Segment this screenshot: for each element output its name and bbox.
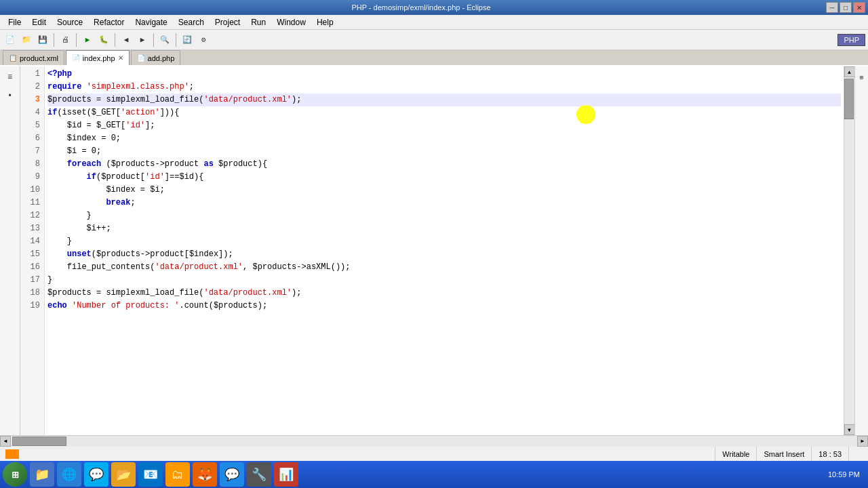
- menu-source[interactable]: Source: [52, 16, 88, 28]
- refresh-button[interactable]: 🔄: [180, 33, 195, 47]
- minimize-button[interactable]: ─: [826, 2, 838, 13]
- taskbar-icon-explorer[interactable]: 🗂: [165, 462, 190, 487]
- outline-icon[interactable]: ≡: [2, 69, 18, 85]
- tab-product-xml[interactable]: 📋 product.xml: [3, 50, 64, 65]
- clock-time: 10:59 PM: [828, 470, 860, 479]
- taskbar-icon-tool[interactable]: 🔧: [247, 462, 271, 487]
- breakpoint-icon[interactable]: •: [2, 88, 18, 104]
- close-button[interactable]: ✕: [853, 2, 865, 13]
- scroll-thumb[interactable]: [844, 79, 854, 119]
- menu-run[interactable]: Run: [245, 16, 271, 28]
- code-line-3: $products = simplexml_load_file('data/pr…: [47, 94, 841, 106]
- start-button[interactable]: ⊞: [3, 462, 27, 487]
- maximize-button[interactable]: □: [840, 2, 852, 13]
- print-button[interactable]: 🖨: [58, 33, 73, 47]
- code-line-1: <?php: [47, 68, 841, 81]
- code-line-18: $products = simplexml_load_file('data/pr…: [47, 287, 841, 300]
- taskbar-icon-pp[interactable]: 📊: [274, 462, 298, 487]
- search-button[interactable]: 🔍: [157, 33, 172, 47]
- new-button[interactable]: 📄: [3, 33, 18, 47]
- toolbar-separator-1: [54, 33, 54, 47]
- xml-icon: 📋: [9, 54, 17, 62]
- hscroll-track[interactable]: [11, 436, 857, 447]
- status-end: [848, 447, 863, 462]
- right-panel: ⊞: [854, 66, 868, 435]
- debug-button[interactable]: 🐛: [96, 33, 111, 47]
- scroll-down-arrow[interactable]: ▼: [844, 424, 855, 435]
- tab-label-index-php: index.php: [83, 54, 115, 62]
- window-controls[interactable]: ─ □ ✕: [826, 2, 865, 13]
- editor[interactable]: 12345678910111213141516171819 <?php requ…: [20, 66, 854, 435]
- run-button[interactable]: ▶: [80, 33, 95, 47]
- taskbar-icon-ff[interactable]: 🦊: [193, 462, 217, 487]
- status-indicator: [5, 449, 19, 459]
- php-add-icon: 📄: [137, 54, 145, 62]
- taskbar-icon-browser[interactable]: 🌐: [57, 462, 81, 487]
- code-line-5: $id = $_GET['id'];: [47, 119, 841, 132]
- left-panel: ≡ •: [0, 66, 20, 435]
- toolbar-separator-5: [176, 33, 176, 47]
- code-line-14: }: [47, 235, 841, 248]
- hscroll-left-arrow[interactable]: ◀: [0, 436, 11, 447]
- menu-search[interactable]: Search: [173, 16, 210, 28]
- line-numbers: 12345678910111213141516171819: [20, 66, 45, 435]
- menu-help[interactable]: Help: [311, 16, 339, 28]
- menu-refactor[interactable]: Refactor: [88, 16, 130, 28]
- vertical-scrollbar[interactable]: ▲ ▼: [844, 66, 854, 435]
- status-bar: Writable Smart Insert 18 : 53: [0, 446, 868, 461]
- taskbar-icon-chat[interactable]: 💬: [220, 462, 244, 487]
- tab-close-index-php[interactable]: ✕: [118, 54, 123, 62]
- code-line-9: if($product['id']==$id){: [47, 171, 841, 184]
- code-line-16: file_put_contents('data/product.xml', $p…: [47, 261, 841, 274]
- tab-index-php[interactable]: 📄 index.php ✕: [66, 50, 130, 65]
- menu-edit[interactable]: Edit: [26, 16, 52, 28]
- php-icon: 📄: [72, 54, 80, 62]
- toolbar-separator-3: [115, 33, 115, 47]
- code-line-11: break;: [47, 197, 841, 209]
- title-bar: PHP - demosimp/exml/index.php - Eclipse …: [0, 0, 868, 15]
- code-line-2: require 'simplexml.class.php';: [47, 81, 841, 94]
- taskbar-icon-outlook[interactable]: 📧: [138, 462, 163, 487]
- code-line-8: foreach ($products->product as $product)…: [47, 158, 841, 171]
- tab-label-product-xml: product.xml: [20, 54, 58, 62]
- scroll-track[interactable]: [844, 77, 855, 424]
- code-area[interactable]: <?php require 'simplexml.class.php'; $pr…: [45, 66, 844, 435]
- back-button[interactable]: ◀: [119, 33, 134, 47]
- toolbar-separator-2: [76, 33, 77, 47]
- window-title: PHP - demosimp/exml/index.php - Eclipse: [351, 3, 490, 12]
- forward-button[interactable]: ▶: [135, 33, 150, 47]
- code-line-19: echo 'Number of products: '.count($produ…: [47, 300, 841, 312]
- status-insert: Smart Insert: [756, 447, 811, 462]
- code-line-10: $index = $i;: [47, 184, 841, 197]
- hscroll-thumb[interactable]: [12, 436, 66, 446]
- menu-bar: File Edit Source Refactor Navigate Searc…: [0, 15, 868, 30]
- code-line-6: $index = 0;: [47, 132, 841, 145]
- taskbar: ⊞ 📁 🌐 💬 📂 📧 🗂 🦊 💬 🔧 📊 10:59 PM: [0, 461, 868, 488]
- menu-window[interactable]: Window: [271, 16, 311, 28]
- scroll-up-arrow[interactable]: ▲: [844, 66, 855, 77]
- tab-add-php[interactable]: 📄 add.php: [131, 50, 181, 65]
- cursor-highlight: [576, 105, 595, 124]
- code-line-7: $i = 0;: [47, 145, 841, 158]
- toolbar-separator-4: [153, 33, 154, 47]
- menu-file[interactable]: File: [3, 16, 26, 28]
- open-button[interactable]: 📁: [19, 33, 34, 47]
- horizontal-scrollbar[interactable]: ◀ ▶: [0, 435, 868, 446]
- tab-bar: 📋 product.xml 📄 index.php ✕ 📄 add.php: [0, 50, 868, 66]
- hscroll-right-arrow[interactable]: ▶: [857, 436, 868, 447]
- menu-navigate[interactable]: Navigate: [130, 16, 172, 28]
- settings-button[interactable]: ⚙: [196, 33, 211, 47]
- taskbar-icon-files[interactable]: 📂: [111, 462, 136, 487]
- code-line-17: }: [47, 274, 841, 287]
- php-badge: PHP: [837, 34, 865, 46]
- code-line-13: $i++;: [47, 222, 841, 235]
- system-clock: 10:59 PM: [823, 470, 865, 479]
- status-position: 18 : 53: [811, 447, 848, 462]
- menu-project[interactable]: Project: [210, 16, 245, 28]
- taskbar-icon-skype[interactable]: 💬: [84, 462, 108, 487]
- taskbar-icon-folder[interactable]: 📁: [30, 462, 54, 487]
- save-button[interactable]: 💾: [35, 33, 50, 47]
- right-panel-icon1[interactable]: ⊞: [854, 69, 869, 85]
- tab-label-add-php: add.php: [148, 54, 175, 62]
- code-line-4: if(isset($_GET['action'])){: [47, 106, 841, 119]
